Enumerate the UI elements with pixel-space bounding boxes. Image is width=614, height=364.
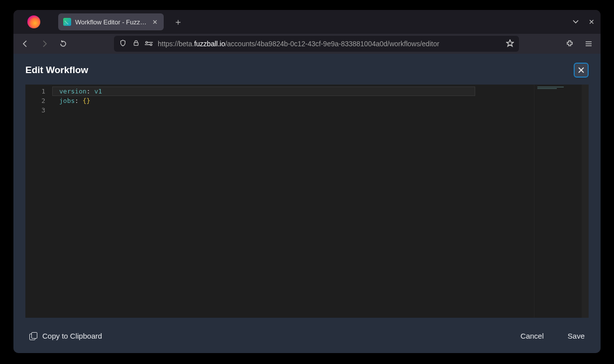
new-tab-button[interactable]: ＋ xyxy=(171,14,186,29)
tab-title: Workflow Editor - Fuzzba xyxy=(75,18,147,26)
editor-scrollbar[interactable] xyxy=(582,85,589,318)
save-button[interactable]: Save xyxy=(564,329,589,343)
code-line: jobs: {} xyxy=(59,96,534,105)
list-tabs-button[interactable] xyxy=(572,17,580,27)
svg-point-3 xyxy=(150,43,152,45)
active-tab[interactable]: Workflow Editor - Fuzzba ✕ xyxy=(58,13,164,30)
copy-icon xyxy=(29,332,37,340)
tab-strip: Workflow Editor - Fuzzba ✕ ＋ ✕ xyxy=(13,10,601,34)
line-number: 3 xyxy=(25,105,52,115)
cancel-button[interactable]: Cancel xyxy=(516,329,548,343)
tab-favicon xyxy=(63,18,71,26)
line-number-gutter: 1 2 3 xyxy=(25,85,52,318)
svg-rect-0 xyxy=(134,43,138,46)
close-tab-icon[interactable]: ✕ xyxy=(151,18,159,26)
browser-window: Workflow Editor - Fuzzba ✕ ＋ ✕ xyxy=(13,10,601,353)
page-content: Edit Workflow 1 2 3 version: v1 jobs: {} xyxy=(13,54,601,353)
modal-header: Edit Workflow xyxy=(13,54,601,85)
bookmark-star-icon[interactable] xyxy=(506,39,514,49)
code-line xyxy=(59,105,534,115)
window-close-icon[interactable]: ✕ xyxy=(589,18,595,26)
code-line: version: v1 xyxy=(59,87,534,96)
svg-marker-5 xyxy=(507,40,513,46)
nav-toolbar: https://beta.fuzzball.io/accounts/4ba982… xyxy=(13,34,601,54)
code-editor[interactable]: 1 2 3 version: v1 jobs: {} xyxy=(25,85,589,318)
copy-to-clipboard-button[interactable]: Copy to Clipboard xyxy=(25,329,106,343)
shield-icon xyxy=(119,40,127,48)
address-bar[interactable]: https://beta.fuzzball.io/accounts/4ba982… xyxy=(114,36,519,52)
app-menu-button[interactable] xyxy=(581,36,597,52)
lock-icon xyxy=(132,40,140,48)
url-text: https://beta.fuzzball.io/accounts/4ba982… xyxy=(158,40,514,48)
copy-label: Copy to Clipboard xyxy=(42,332,102,340)
forward-button[interactable] xyxy=(36,36,52,52)
minimap[interactable] xyxy=(534,85,589,318)
extensions-button[interactable] xyxy=(562,36,578,52)
modal-title: Edit Workflow xyxy=(25,65,88,76)
modal-footer: Copy to Clipboard Cancel Save xyxy=(13,318,601,353)
back-button[interactable] xyxy=(17,36,33,52)
svg-point-1 xyxy=(146,41,148,43)
reload-button[interactable] xyxy=(55,36,71,52)
code-area[interactable]: version: v1 jobs: {} xyxy=(52,85,534,318)
permissions-icon[interactable] xyxy=(145,40,153,48)
firefox-icon xyxy=(27,15,40,28)
line-number: 2 xyxy=(25,96,52,105)
line-number: 1 xyxy=(25,87,52,96)
modal-close-button[interactable] xyxy=(574,63,589,78)
